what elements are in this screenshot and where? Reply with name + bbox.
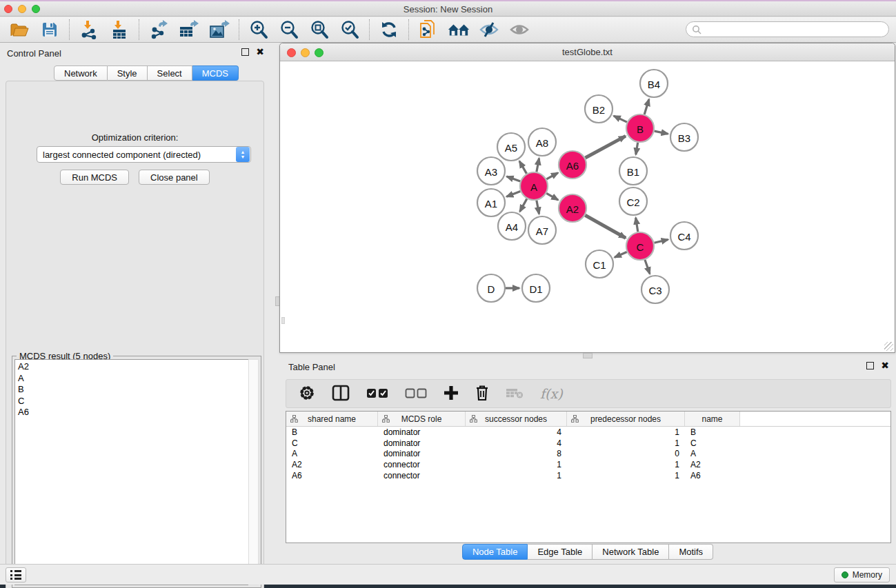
- edge-B-B2[interactable]: [614, 116, 627, 122]
- show-all-eye-icon: [508, 19, 530, 40]
- cell-successor-nodes: 4: [466, 438, 567, 448]
- column-header-shared-name[interactable]: shared name: [286, 412, 378, 426]
- table-body: Bdominator41BCdominator41CAdominator80AA…: [286, 427, 890, 481]
- list-item[interactable]: C: [18, 396, 249, 407]
- tab-network[interactable]: Network: [54, 65, 108, 81]
- node-label-B3: B3: [678, 132, 690, 144]
- tab-select[interactable]: Select: [148, 65, 192, 81]
- list-item[interactable]: B: [18, 384, 249, 396]
- edge-A2-C[interactable]: [585, 215, 626, 238]
- edge-A-A3[interactable]: [507, 176, 521, 181]
- new-network-from-selection-icon[interactable]: [417, 19, 439, 40]
- table-options-gear-icon[interactable]: [299, 385, 315, 403]
- column-header-successor-nodes[interactable]: successor nodes: [466, 412, 567, 426]
- hierarchy-icon: [470, 415, 477, 423]
- node-label-C2: C2: [626, 196, 639, 208]
- zoom-in-icon[interactable]: [248, 19, 270, 40]
- import-table-icon[interactable]: [108, 19, 130, 40]
- zoom-fit-icon[interactable]: [308, 19, 330, 40]
- edge-B-B4[interactable]: [644, 99, 649, 114]
- run-mcds-button[interactable]: Run MCDS: [60, 170, 129, 185]
- delete-columns-icon[interactable]: [475, 385, 489, 403]
- edge-B-B1[interactable]: [636, 143, 638, 155]
- network-canvas[interactable]: AA1A2A3A4A5A6A7A8BB1B2B3B4CC1C2C3C4DD1: [281, 62, 895, 352]
- add-column-icon[interactable]: [444, 385, 459, 403]
- edge-A-A8[interactable]: [537, 159, 539, 172]
- float-panel-icon[interactable]: [241, 48, 249, 56]
- list-item[interactable]: A: [18, 373, 249, 385]
- cell-successor-nodes: 4: [466, 427, 567, 437]
- zoom-selected-icon[interactable]: [339, 19, 361, 40]
- task-history-button[interactable]: [6, 567, 26, 582]
- unselect-all-columns-icon[interactable]: [405, 387, 427, 401]
- first-neighbors-icon[interactable]: [448, 19, 470, 40]
- node-label-B2: B2: [593, 104, 605, 116]
- control-panel-tabs: NetworkStyleSelectMCDS: [54, 65, 239, 81]
- edge-B-B3[interactable]: [655, 131, 668, 134]
- close-panel-icon[interactable]: ✖: [256, 48, 264, 56]
- float-table-panel-icon[interactable]: [866, 362, 874, 369]
- tab-node-table[interactable]: Node Table: [462, 544, 528, 560]
- show-column-icon[interactable]: [332, 385, 350, 403]
- cell-name: A6: [685, 471, 740, 480]
- search-input[interactable]: [686, 21, 889, 37]
- result-list-scrollbar[interactable]: [248, 359, 259, 585]
- column-header-MCDS-role[interactable]: MCDS role: [378, 412, 466, 426]
- tab-network-table[interactable]: Network Table: [593, 544, 669, 560]
- selected-criterion: largest connected component (directed): [37, 150, 236, 160]
- table-row[interactable]: Bdominator41B: [286, 427, 890, 438]
- list-item[interactable]: A2: [18, 361, 249, 373]
- close-table-panel-icon[interactable]: ✖: [881, 362, 889, 369]
- tab-motifs[interactable]: Motifs: [669, 544, 713, 560]
- cell-name: A2: [685, 460, 740, 469]
- table-panel-title: Table Panel: [288, 362, 335, 372]
- table-row[interactable]: Adominator80A: [286, 449, 890, 460]
- tab-edge-table[interactable]: Edge Table: [528, 544, 593, 560]
- edge-A-A1[interactable]: [506, 192, 520, 197]
- edge-C-C3[interactable]: [645, 260, 650, 274]
- table-row[interactable]: A2connector11A2: [286, 459, 890, 470]
- zoom-out-icon[interactable]: [278, 19, 300, 40]
- edge-A-A6[interactable]: [546, 173, 558, 179]
- edge-C-C2[interactable]: [636, 218, 638, 232]
- open-session-icon[interactable]: [8, 19, 30, 40]
- table-row[interactable]: A6connector11A6: [286, 470, 890, 481]
- table-row[interactable]: Cdominator41C: [286, 438, 890, 449]
- edge-A-A5[interactable]: [519, 161, 526, 174]
- cell-predecessor-nodes: 0: [567, 449, 685, 458]
- hide-selected-eye-icon[interactable]: [478, 19, 500, 40]
- cell-successor-nodes: 8: [466, 449, 567, 458]
- edge-A-A7[interactable]: [537, 201, 539, 214]
- list-item[interactable]: A6: [18, 407, 249, 418]
- cell-predecessor-nodes: 1: [567, 438, 685, 448]
- edge-A-A4[interactable]: [520, 199, 527, 212]
- window-resize-grip[interactable]: [884, 342, 893, 351]
- select-all-columns-icon[interactable]: [366, 387, 388, 401]
- export-table-icon[interactable]: [178, 19, 200, 40]
- column-header-name[interactable]: name: [685, 412, 740, 426]
- hierarchy-icon: [571, 415, 579, 423]
- edge-C-C4[interactable]: [654, 239, 668, 243]
- network-window-titlebar[interactable]: testGlobe.txt: [280, 43, 895, 61]
- tab-mcds[interactable]: MCDS: [192, 65, 239, 81]
- refresh-view-icon[interactable]: [378, 19, 400, 40]
- tab-style[interactable]: Style: [108, 65, 148, 81]
- edge-C-C1[interactable]: [615, 252, 627, 257]
- edge-A-A2[interactable]: [546, 193, 558, 200]
- cell-shared-name: A6: [286, 471, 378, 480]
- save-session-icon[interactable]: [39, 19, 61, 40]
- optimization-criterion-select[interactable]: largest connected component (directed) ▲…: [37, 146, 251, 163]
- close-panel-button[interactable]: Close panel: [139, 170, 210, 185]
- export-image-icon[interactable]: [208, 19, 230, 40]
- control-panel: Control Panel ✖ Optimization criterion: …: [0, 43, 270, 558]
- graph-nodes[interactable]: AA1A2A3A4A5A6A7A8BB1B2B3B4CC1C2C3C4DD1: [477, 70, 698, 303]
- import-network-icon[interactable]: [78, 19, 100, 40]
- edge-A6-B[interactable]: [585, 136, 625, 158]
- mcds-result-list[interactable]: A2ABCA6: [14, 359, 250, 585]
- export-network-icon[interactable]: [148, 19, 170, 40]
- node-label-D1: D1: [529, 283, 542, 295]
- memory-button[interactable]: Memory: [834, 567, 890, 582]
- column-header-predecessor-nodes[interactable]: predecessor nodes: [567, 412, 685, 426]
- network-view-window: testGlobe.txt AA1A2A3A4A5A6A7A8BB1B2B3B4…: [279, 43, 895, 353]
- node-table: shared nameMCDS rolesuccessor nodesprede…: [286, 411, 891, 543]
